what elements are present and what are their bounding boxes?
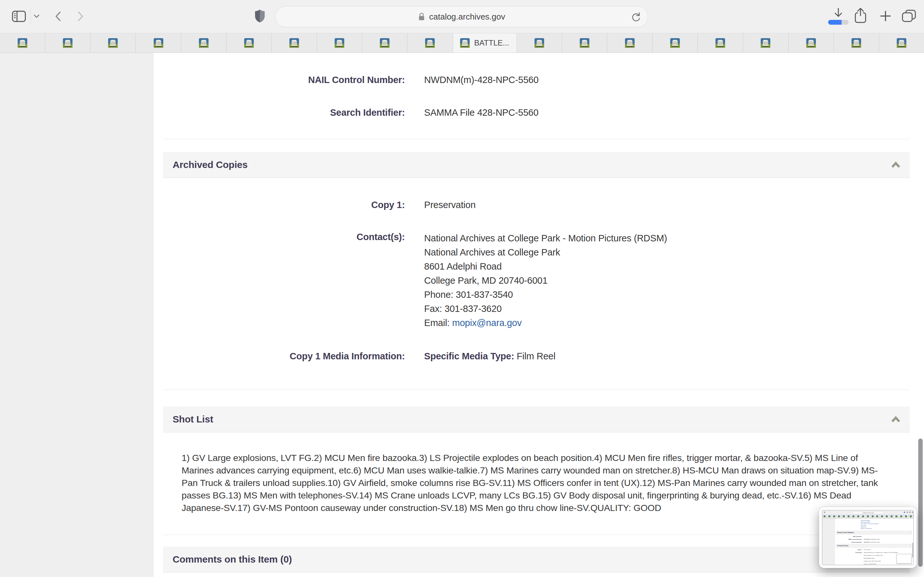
tab[interactable] (407, 33, 453, 53)
nara-favicon-icon (806, 38, 816, 48)
nara-favicon-icon (153, 38, 163, 48)
nara-favicon-icon (289, 38, 299, 48)
tab[interactable] (653, 33, 698, 53)
chevron-down-icon (33, 14, 40, 19)
mini-plus-icon (909, 512, 911, 513)
mini-kv-row: Copy 1:Preservation (836, 549, 912, 550)
comments-header[interactable]: Comments on this Item (0) (163, 546, 910, 572)
address-bar[interactable]: catalog.archives.gov (275, 6, 648, 27)
media-type-label: Specific Media Type: (424, 351, 514, 361)
sidebar-toggle-button[interactable] (11, 10, 26, 23)
shot-list-title: Shot List (173, 414, 213, 425)
url-text: catalog.archives.gov (429, 12, 505, 22)
nara-favicon-icon (670, 38, 680, 48)
nara-favicon-icon (897, 38, 906, 48)
mini-section-archived: Archived Copies^ (836, 544, 912, 548)
nara-favicon-icon (716, 38, 725, 48)
nara-favicon-icon (108, 38, 118, 48)
tab-overview-button[interactable] (901, 8, 917, 24)
tab[interactable] (788, 33, 834, 53)
tab[interactable] (362, 33, 407, 53)
copy-1-row: Copy 1: Preservation (163, 199, 910, 211)
media-information-row: Copy 1 Media Information: Specific Media… (163, 350, 910, 362)
tabs-overview-icon (901, 8, 917, 24)
sidebar-dropdown-button[interactable] (33, 14, 40, 19)
privacy-report-button[interactable] (254, 9, 265, 23)
page-content: NAIL Control Number: NWDNM(m)-428-NPC-55… (163, 53, 910, 572)
nara-favicon-icon (851, 38, 861, 48)
email-link[interactable]: mopix@nara.gov (452, 318, 522, 328)
shot-list-section: Shot List 1) GV Large explosions, LVT FG… (163, 406, 910, 535)
browser-toolbar: catalog.archives.gov (0, 0, 924, 33)
contact-line: National Archives at College Park - Moti… (424, 231, 667, 245)
tab[interactable] (272, 33, 317, 53)
mini-page-body: Pontoon bridgesMilitary hospitalsWar rel… (822, 519, 913, 565)
tab[interactable] (45, 33, 90, 53)
nara-favicon-icon (535, 38, 544, 48)
search-identifier-label: Search Identifier: (163, 107, 405, 118)
mini-variant-rows: ARC Identifier:NAIL Control Number:NWDNM… (836, 536, 912, 543)
reload-button[interactable] (630, 11, 641, 22)
screenshot-preview-thumbnail[interactable]: catalog.archives.gov Pontoon bridgesMili… (819, 507, 917, 568)
contact-email-line: Email: mopix@nara.gov (424, 316, 667, 330)
contact-line: National Archives at College Park (424, 245, 667, 259)
mini-tab-strip (822, 515, 913, 519)
contacts-label: Contact(s): (163, 231, 405, 243)
tab[interactable] (136, 33, 181, 53)
scrollbar-thumb[interactable] (918, 438, 923, 567)
nara-favicon-icon (334, 38, 344, 48)
tab[interactable] (90, 33, 136, 53)
new-tab-button[interactable] (879, 9, 893, 23)
tab[interactable] (0, 33, 45, 53)
nara-favicon-icon (580, 38, 590, 48)
collapse-chevron-icon[interactable] (891, 161, 900, 168)
mini-scrollbar (913, 543, 913, 558)
archived-copies-header[interactable]: Archived Copies (163, 152, 910, 178)
tab[interactable] (698, 33, 743, 53)
chevron-left-icon (55, 11, 61, 21)
tab[interactable] (879, 33, 924, 53)
nail-control-number-label: NAIL Control Number: (163, 74, 405, 85)
tab[interactable] (607, 33, 653, 53)
shield-icon (254, 9, 265, 23)
nara-favicon-icon (244, 38, 254, 48)
active-tab-title: BATTLE... (474, 39, 509, 47)
media-type-value: Film Reel (517, 351, 556, 361)
tab[interactable] (834, 33, 879, 53)
copy-1-label: Copy 1: (163, 199, 405, 211)
contact-line: Phone: 301-837-3540 (424, 287, 667, 301)
contact-line: 8601 Adelphi Road (424, 259, 667, 274)
mini-inner-thumbnail (897, 554, 912, 564)
nail-control-number-value: NWDNM(m)-428-NPC-5560 (424, 74, 539, 85)
reload-icon (630, 11, 641, 22)
collapse-chevron-icon[interactable] (891, 416, 900, 423)
mini-kv-row: Search Identifier:SAMMA File 428-NPC-556… (836, 542, 912, 543)
mini-tabs-icon (912, 512, 913, 513)
tab[interactable] (181, 33, 226, 53)
downloads-button[interactable] (831, 6, 846, 19)
contacts-value: National Archives at College Park - Moti… (424, 231, 667, 330)
mini-kv-row: Contact(s):National Archives at College … (836, 552, 912, 553)
tab[interactable] (317, 33, 362, 53)
tab-strip: BATTLE... (0, 33, 924, 53)
mini-section-variant: Variant Control Numbers^ (836, 531, 912, 534)
archived-copies-body: Copy 1: Preservation Contact(s): Nationa… (163, 178, 910, 390)
tab-active[interactable]: BATTLE... (453, 33, 517, 53)
share-button[interactable] (853, 7, 868, 25)
tab[interactable] (743, 33, 788, 53)
share-icon (853, 7, 868, 25)
media-information-label: Copy 1 Media Information: (163, 350, 405, 362)
tab[interactable] (517, 33, 562, 53)
comments-title: Comments on this Item (0) (173, 554, 292, 565)
tab[interactable] (226, 33, 272, 53)
search-identifier-value: SAMMA File 428-NPC-5560 (424, 107, 538, 118)
shot-list-header[interactable]: Shot List (163, 406, 910, 432)
nara-favicon-icon (380, 38, 389, 48)
forward-button[interactable] (77, 11, 84, 21)
copy-1-value: Preservation (424, 199, 475, 211)
mini-toolbar: catalog.archives.gov (822, 510, 913, 515)
tab[interactable] (562, 33, 607, 53)
back-button[interactable] (55, 11, 61, 21)
contact-lines: National Archives at College Park - Moti… (424, 231, 667, 316)
page-left-rail (0, 53, 153, 577)
